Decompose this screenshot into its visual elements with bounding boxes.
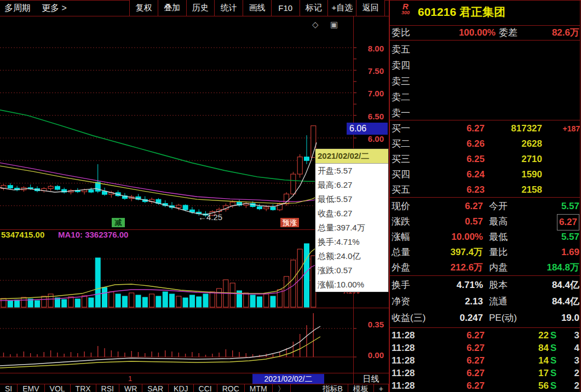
buy-volume: 2628	[521, 136, 542, 152]
back-button[interactable]: 返回	[356, 0, 385, 16]
sell-row-3: 卖三	[389, 73, 580, 89]
stock-trading-app: 多周期 更多 > 复权 叠加 历史 统计 画线 F10 标记 +自选 返回 ◇ …	[0, 0, 581, 392]
tick-price: 6.27	[467, 379, 485, 392]
indicator-tab-bar: SI EMV VOL TRX RSI WR SAR KDJ CCI ROC MT…	[0, 384, 389, 392]
tab-wr[interactable]: WR	[119, 384, 142, 392]
tick-volume: 17	[538, 367, 549, 379]
overlay-button[interactable]: 叠加	[158, 0, 186, 16]
tick-time: 11:28	[392, 342, 415, 354]
buy-row-4[interactable]: 买四 6.24 1590	[389, 167, 580, 182]
tab-indicator-b[interactable]: 指标B	[317, 384, 348, 392]
buy-volume: 2158	[521, 182, 542, 198]
weibi-row: 委比 100.00% 委差 82.6万	[389, 26, 580, 39]
tab-cci[interactable]: CCI	[194, 384, 217, 392]
tick-direction: S	[550, 329, 556, 342]
quote-row-lots: 外盘 212.6万 内盘 184.8万	[389, 260, 580, 275]
tooltip-change-pct: 涨幅:10.00%	[315, 278, 388, 292]
period-selector[interactable]: 日线	[354, 374, 388, 384]
tooltip-turnover: 换手:4.71%	[315, 235, 388, 249]
tick-time: 11:28	[392, 354, 415, 367]
panel-divider-h1	[389, 25, 580, 26]
value-outer-lots: 212.6万	[450, 260, 483, 275]
tab-mtm[interactable]: MTM	[245, 384, 273, 392]
tick-price: 6.27	[467, 342, 485, 354]
tooltip-date: 2021/02/02/二	[315, 149, 388, 164]
tick-volume: 84	[538, 342, 549, 354]
value-shares: 84.4亿	[552, 277, 579, 293]
tick-row: 11:28 6.27 56 S 2	[389, 379, 580, 392]
tick-count: 2	[574, 367, 579, 379]
panel-divider-h2	[389, 40, 580, 41]
tick-price: 6.27	[467, 329, 485, 342]
rise-forecast-badge: 预涨	[280, 218, 299, 227]
label-pe: PE(动)	[489, 310, 517, 326]
tooltip-close: 收盘:6.27	[315, 206, 388, 221]
draw-line-button[interactable]: 画线	[243, 0, 271, 16]
tab-rsi[interactable]: RSI	[96, 384, 119, 392]
history-button[interactable]: 历史	[186, 0, 215, 16]
window-icon[interactable]: ▣	[330, 20, 338, 30]
y-axis-label: 7.00	[353, 89, 384, 98]
value-volume-ratio: 1.69	[561, 245, 579, 260]
more-menu[interactable]: 更多 >	[42, 3, 67, 14]
restore-rights-button[interactable]: 复权	[129, 0, 158, 16]
pane-divider-2	[0, 308, 389, 308]
stock-code-name: 601216 君正集团	[418, 4, 505, 20]
kline-tooltip: 2021/02/02/二 开盘:5.57 最高:6.27 最低:5.57 收盘:…	[315, 148, 389, 292]
value-eps: 0.247	[459, 310, 483, 326]
y-axis-label: 6.00	[353, 134, 384, 143]
add-watchlist-button[interactable]: +自选	[327, 0, 356, 16]
tick-volume: 14	[538, 354, 549, 367]
buy-price: 6.27	[467, 121, 485, 136]
tab-emv[interactable]: EMV	[18, 384, 44, 392]
statistics-button[interactable]: 统计	[214, 0, 243, 16]
value-high: 6.27	[557, 214, 579, 230]
pane-divider-1	[0, 229, 353, 230]
low-price-annotation: ←4.25	[198, 212, 222, 222]
quote-row-volume: 总量 397.4万 量比 1.69	[389, 245, 580, 260]
tab-template[interactable]: 模板	[348, 384, 374, 392]
tab-roc[interactable]: ROC	[217, 384, 245, 392]
label-eps: 收益(三)	[392, 310, 425, 326]
tab-sar[interactable]: SAR	[142, 384, 169, 392]
value-total-volume: 397.4万	[450, 245, 483, 260]
value-open: 5.57	[561, 199, 579, 214]
label-total-volume: 总量	[392, 245, 410, 260]
sell-row-1: 卖一	[389, 105, 580, 121]
tab-asi[interactable]: SI	[0, 384, 18, 392]
buy-row-3[interactable]: 买三 6.25 2710	[389, 152, 580, 167]
label-current: 现价	[392, 199, 410, 214]
sell-row-5: 卖五	[389, 42, 580, 57]
tick-row: 11:28 6.27 14 S 3	[389, 354, 580, 367]
volume-ma10-caption: MA10: 3362376.00	[58, 230, 128, 239]
value-float-shares: 84.4亿	[552, 293, 579, 310]
sell-row-4: 卖四	[389, 57, 580, 73]
y-axis-label: 8.00	[353, 44, 384, 53]
tick-direction: S	[550, 367, 556, 379]
buy-row-2[interactable]: 买二 6.26 2628	[389, 136, 580, 152]
multi-period-menu[interactable]: 多周期	[4, 3, 31, 14]
buy-row-1[interactable]: 买一 6.27 817327 +187	[389, 121, 580, 136]
label-float-shares: 流通	[489, 293, 508, 310]
mark-button[interactable]: 标记	[300, 0, 328, 16]
value-change-pct: 10.00%	[451, 229, 483, 245]
tab-kdj[interactable]: KDJ	[169, 384, 193, 392]
value-net-assets: 2.13	[465, 293, 483, 310]
buy-level-label: 买五	[392, 182, 410, 198]
diamond-icon[interactable]: ◇	[312, 20, 319, 30]
tooltip-high: 最高:6.27	[315, 178, 388, 192]
volume-ma5-caption: 5347415.00	[1, 230, 44, 239]
tab-trx[interactable]: TRX	[71, 384, 96, 392]
f10-button[interactable]: F10	[271, 0, 300, 16]
tick-direction: S	[550, 342, 556, 354]
tab-vol[interactable]: VOL	[45, 384, 71, 392]
tick-price: 6.27	[467, 354, 485, 367]
tick-count: 3	[574, 329, 579, 342]
tick-row: 11:28 6.27 22 S 3	[389, 329, 580, 342]
sell-level-label: 卖三	[392, 73, 410, 89]
tooltip-amount: 总额:24.0亿	[315, 249, 388, 263]
buy-row-5[interactable]: 买五 6.23 2158	[389, 182, 580, 198]
tab-add[interactable]: +	[374, 384, 389, 392]
tab-more-arrow[interactable]: 〉	[273, 384, 291, 392]
tick-direction: S	[550, 354, 556, 367]
